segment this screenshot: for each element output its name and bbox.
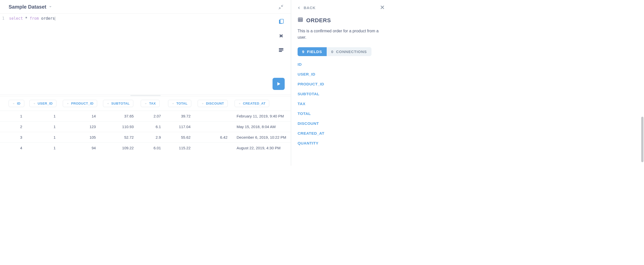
cell-product_id: 123 (60, 122, 100, 132)
cell-id: 2 (0, 122, 27, 132)
back-label: BACK (304, 6, 316, 10)
cell-subtotal: 52.72 (100, 132, 138, 143)
cell-total: 39.72 (165, 111, 195, 122)
field-item-quantity[interactable]: QUANTITY (298, 141, 385, 146)
scrollbar-thumb[interactable] (641, 117, 643, 162)
svg-rect-2 (279, 48, 283, 49)
cell-total: 115.22 (165, 143, 195, 153)
cell-discount: 6.42 (195, 132, 232, 143)
field-item-product_id[interactable]: PRODUCT_ID (298, 82, 385, 86)
column-label: TAX (149, 102, 156, 105)
editor-tools (278, 18, 285, 54)
table-row[interactable]: 3110552.722.955.626.42December 6, 2019, … (0, 132, 291, 143)
tab-connections[interactable]: 0 CONNECTIONS (327, 47, 371, 56)
cell-created_at: May 15, 2018, 8:04 AM (232, 122, 291, 132)
cell-created_at: August 22, 2019, 4:30 PM (232, 143, 291, 153)
column-pill-user_id[interactable]: USER_ID (29, 100, 56, 107)
column-pill-product_id[interactable]: PRODUCT_ID (63, 100, 97, 107)
tab-fields[interactable]: 9 FIELDS (298, 47, 327, 56)
cell-user_id: 1 (27, 143, 60, 153)
column-header-created_at: CREATED_AT (232, 96, 291, 111)
dataset-name: Sample Dataset (9, 4, 46, 10)
table-icon (298, 17, 303, 24)
chevron-down-icon (172, 102, 174, 105)
column-label: CREATED_AT (243, 102, 265, 105)
data-reference-icon[interactable] (278, 18, 285, 25)
connections-label: CONNECTIONS (336, 50, 367, 54)
snippets-icon[interactable] (278, 46, 285, 54)
cell-discount (195, 143, 232, 153)
column-header-total: TOTAL (165, 96, 195, 111)
sql-code[interactable]: select * from orders (7, 16, 55, 92)
editor-gutter: 1 (0, 16, 7, 92)
svg-rect-7 (298, 18, 303, 22)
cell-id: 1 (0, 111, 27, 122)
cell-user_id: 1 (27, 122, 60, 132)
column-pill-discount[interactable]: DISCOUNT (198, 100, 228, 107)
column-pill-total[interactable]: TOTAL (168, 100, 191, 107)
column-pill-subtotal[interactable]: SUBTOTAL (103, 100, 134, 107)
chevron-down-icon (67, 102, 69, 105)
cell-discount (195, 111, 232, 122)
sql-editor[interactable]: 1 select * from orders (0, 14, 291, 94)
column-pill-id[interactable]: ID (9, 100, 24, 107)
close-panel-button[interactable] (380, 5, 385, 10)
column-header-id: ID (0, 96, 27, 111)
cell-id: 4 (0, 143, 27, 153)
chevron-down-icon (49, 5, 52, 9)
variables-icon[interactable] (278, 32, 285, 39)
svg-rect-1 (280, 19, 283, 23)
cell-user_id: 1 (27, 111, 60, 122)
field-item-tax[interactable]: TAX (298, 102, 385, 106)
cell-product_id: 14 (60, 111, 100, 122)
panel-segmented-control: 9 FIELDS 0 CONNECTIONS (298, 47, 371, 56)
table-row[interactable]: 21123110.936.1117.04May 15, 2018, 8:04 A… (0, 122, 291, 132)
chevron-down-icon (201, 102, 204, 105)
line-number: 1 (0, 16, 7, 21)
cell-created_at: December 6, 2019, 10:22 PM (232, 132, 291, 143)
field-item-subtotal[interactable]: SUBTOTAL (298, 92, 385, 96)
identifier-orders: orders (41, 16, 55, 21)
svg-rect-4 (279, 51, 282, 52)
text-cursor (55, 17, 55, 21)
column-label: SUBTOTAL (111, 102, 130, 105)
cell-tax: 2.07 (138, 111, 165, 122)
reference-panel: BACK ORDERS This is a confirmed order fo… (291, 0, 391, 166)
chevron-down-icon (144, 102, 147, 105)
field-item-created_at[interactable]: CREATED_AT (298, 131, 385, 136)
cell-subtotal: 110.93 (100, 122, 138, 132)
field-item-user_id[interactable]: USER_ID (298, 72, 385, 77)
field-item-discount[interactable]: DISCOUNT (298, 121, 385, 126)
sql-editor-region: 1 select * from orders (0, 13, 291, 94)
column-pill-created_at[interactable]: CREATED_AT (235, 100, 269, 107)
panel-description: This is a confirmed order for a product … (298, 28, 385, 41)
back-button[interactable]: BACK (298, 6, 316, 10)
cell-tax: 6.1 (138, 122, 165, 132)
field-item-id[interactable]: ID (298, 62, 385, 67)
run-query-button[interactable] (273, 78, 285, 90)
results-region: IDUSER_IDPRODUCT_IDSUBTOTALTAXTOTALDISCO… (0, 96, 291, 166)
column-label: PRODUCT_ID (71, 102, 94, 105)
table-row[interactable]: 111437.652.0739.72February 11, 2019, 9:4… (0, 111, 291, 122)
field-item-total[interactable]: TOTAL (298, 111, 385, 116)
field-list: IDUSER_IDPRODUCT_IDSUBTOTALTAXTOTALDISCO… (298, 62, 385, 146)
cell-discount (195, 122, 232, 132)
dataset-picker[interactable]: Sample Dataset (9, 4, 52, 10)
chevron-down-icon (238, 102, 241, 105)
collapse-icon[interactable] (278, 4, 284, 10)
cell-product_id: 94 (60, 143, 100, 153)
cell-subtotal: 37.65 (100, 111, 138, 122)
keyword-select: select (9, 16, 23, 21)
cell-tax: 6.01 (138, 143, 165, 153)
table-row[interactable]: 4194109.226.01115.22August 22, 2019, 4:3… (0, 143, 291, 153)
column-header-user_id: USER_ID (27, 96, 60, 111)
chevron-down-icon (107, 102, 109, 105)
cell-total: 117.04 (165, 122, 195, 132)
column-pill-tax[interactable]: TAX (141, 100, 159, 107)
svg-rect-3 (279, 50, 283, 51)
token-star: * (25, 16, 27, 21)
column-header-tax: TAX (138, 96, 165, 111)
column-label: USER_ID (38, 102, 53, 105)
chevron-down-icon (33, 102, 36, 105)
resize-handle[interactable] (0, 94, 291, 96)
